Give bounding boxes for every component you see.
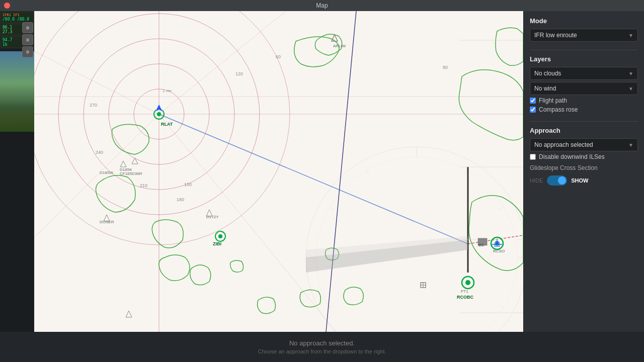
window-title: Map — [316, 2, 328, 9]
mode-chevron: ▼ — [628, 33, 633, 38]
svg-text:RCOBC: RCOBC — [457, 295, 473, 300]
svg-text:BS: BS — [478, 243, 484, 247]
svg-marker-33 — [306, 240, 468, 273]
svg-marker-55 — [332, 35, 338, 41]
svg-line-14 — [500, 207, 504, 210]
bottom-bar: No approach selected. Choose an approach… — [0, 332, 644, 362]
svg-text:210: 210 — [140, 183, 147, 188]
mode-section: Mode IFR low enroute ▼ — [530, 17, 638, 42]
wind-chevron: ▼ — [628, 86, 633, 92]
wind-dropdown[interactable]: No wind ▼ — [530, 82, 638, 95]
svg-line-28 — [34, 51, 159, 114]
svg-line-31 — [468, 232, 523, 244]
svg-marker-53 — [126, 311, 132, 317]
svg-line-18 — [330, 305, 334, 308]
svg-line-25 — [159, 11, 286, 114]
approach-value: No approach selected — [534, 141, 593, 148]
svg-text:270: 270 — [90, 103, 97, 108]
toggle-hide-label: HIDE — [530, 177, 543, 184]
svg-text:PT1: PT1 — [461, 289, 468, 294]
disable-ils-row: Disable downwind ILSes — [530, 153, 638, 160]
svg-text:D185K: D185K — [120, 167, 132, 172]
compass-rose-label: Compass rose — [539, 106, 578, 113]
landscape-thumbnail — [0, 51, 34, 132]
map-view[interactable]: 60 80 270 120 150 180 210 240 1 nm D185W… — [34, 11, 523, 332]
disable-ils-checkbox[interactable] — [530, 154, 536, 160]
svg-line-19 — [330, 207, 334, 210]
svg-point-38 — [215, 231, 225, 241]
glideslope-label: Glideslope Cross Section — [530, 164, 638, 171]
svg-marker-54 — [206, 210, 212, 216]
toggle-show-label: SHOW — [571, 177, 588, 184]
compass-rose-checkbox[interactable] — [530, 107, 536, 113]
approach-status-text: No approach selected. — [289, 339, 355, 347]
svg-marker-50 — [120, 161, 126, 167]
svg-text:ZIBI: ZIBI — [213, 241, 221, 246]
svg-marker-45 — [494, 239, 500, 246]
approach-chevron: ▼ — [628, 142, 633, 148]
svg-text:180: 180 — [177, 197, 184, 202]
toolbar-btn-1[interactable]: ≡ — [22, 22, 33, 33]
titlebar: Map — [0, 0, 644, 11]
svg-text:D17ZY: D17ZY — [206, 215, 219, 219]
svg-point-35 — [154, 109, 164, 119]
svg-line-29 — [326, 11, 356, 332]
instrument-panel: IFR1 IF1 /80.0 /80.0 06.1 27.3 94.7 1b ≡… — [0, 11, 34, 332]
svg-point-43 — [491, 237, 503, 249]
svg-text:240: 240 — [96, 150, 103, 155]
svg-point-2 — [134, 89, 184, 139]
glideslope-toggle[interactable] — [547, 175, 567, 186]
svg-text:CF185D36R: CF185D36R — [120, 171, 142, 176]
svg-line-20 — [366, 170, 369, 175]
clouds-dropdown[interactable]: No clouds ▼ — [530, 67, 638, 80]
approach-section: Approach No approach selected ▼ Disable … — [530, 127, 638, 186]
svg-text:ARLIW: ARLIW — [333, 44, 346, 48]
svg-marker-37 — [155, 104, 163, 112]
divider-2 — [530, 121, 638, 122]
disable-ils-label: Disable downwind ILSes — [539, 153, 605, 160]
svg-text:120: 120 — [235, 71, 243, 76]
toolbar-btn-3[interactable]: ≡ — [22, 46, 33, 57]
toggle-knob — [558, 176, 566, 185]
flight-path-checkbox[interactable] — [530, 98, 536, 104]
svg-point-4 — [84, 39, 234, 190]
svg-marker-52 — [104, 215, 110, 221]
svg-line-26 — [34, 114, 159, 237]
clouds-value: No clouds — [534, 70, 561, 77]
flight-path-row: Flight path — [530, 97, 638, 104]
svg-text:80: 80 — [443, 65, 448, 70]
svg-line-15 — [500, 305, 504, 308]
close-button[interactable] — [4, 3, 10, 9]
svg-point-41 — [465, 280, 470, 285]
svg-line-30 — [159, 114, 468, 244]
toolbar-btn-2[interactable]: ≡ — [22, 34, 33, 45]
approach-dropdown[interactable]: No approach selected ▼ — [530, 138, 638, 151]
flight-path-label: Flight path — [539, 97, 567, 104]
svg-text:60: 60 — [276, 54, 281, 59]
map-canvas: 60 80 270 120 150 180 210 240 1 nm D185W… — [34, 11, 523, 332]
svg-rect-42 — [478, 238, 487, 245]
clouds-chevron: ▼ — [628, 71, 633, 76]
svg-point-7 — [306, 147, 523, 332]
map-svg: 60 80 270 120 150 180 210 240 1 nm D185W… — [34, 11, 523, 332]
svg-line-27 — [159, 114, 336, 332]
wind-value: No wind — [534, 85, 556, 92]
svg-point-39 — [218, 234, 222, 238]
mode-value: IFR low enroute — [534, 32, 577, 39]
svg-text:D185W: D185W — [100, 170, 113, 175]
compass-rose-row: Compass rose — [530, 106, 638, 113]
svg-point-44 — [495, 241, 500, 246]
svg-point-5 — [58, 14, 260, 215]
svg-point-40 — [462, 277, 474, 289]
approach-label: Approach — [530, 127, 638, 134]
svg-rect-56 — [421, 283, 426, 288]
svg-text:RLAT: RLAT — [161, 122, 173, 127]
layers-section: Layers No clouds ▼ No wind ▼ Flight path… — [530, 55, 638, 113]
svg-point-8 — [316, 157, 517, 332]
approach-status-sub: Choose an approach from the dropdown to … — [258, 348, 386, 354]
layers-label: Layers — [530, 55, 638, 63]
svg-point-3 — [109, 64, 209, 164]
svg-marker-34 — [306, 236, 468, 257]
svg-text:RCSO: RCSO — [493, 249, 505, 253]
mode-dropdown[interactable]: IFR low enroute ▼ — [530, 29, 638, 42]
